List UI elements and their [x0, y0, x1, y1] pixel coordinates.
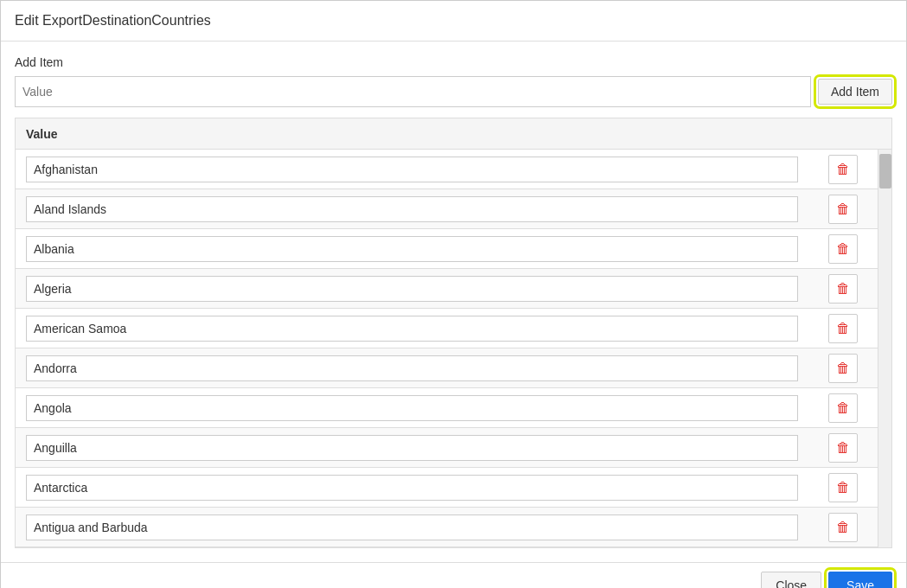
- row-value-cell: [16, 475, 808, 501]
- table-row: 🗑: [16, 388, 878, 428]
- row-action-cell: 🗑: [808, 314, 878, 343]
- delete-button[interactable]: 🗑: [828, 195, 858, 224]
- scrollbar-track[interactable]: [878, 150, 891, 547]
- modal-title: Edit ExportDestinationCountries: [15, 13, 892, 29]
- table-scroll-wrapper: 🗑🗑🗑🗑🗑🗑🗑🗑🗑🗑: [16, 150, 891, 547]
- delete-button[interactable]: 🗑: [828, 513, 858, 542]
- close-button[interactable]: Close: [761, 572, 821, 588]
- modal-body: Add Item Add Item Value 🗑🗑🗑🗑🗑🗑🗑🗑🗑🗑: [1, 42, 906, 562]
- row-action-cell: 🗑: [808, 473, 878, 502]
- modal-container: Edit ExportDestinationCountries Add Item…: [0, 0, 907, 588]
- row-value-cell: [16, 157, 808, 182]
- row-value-input[interactable]: [26, 236, 798, 262]
- trash-icon: 🗑: [836, 480, 850, 495]
- row-value-cell: [16, 316, 808, 342]
- table-list: 🗑🗑🗑🗑🗑🗑🗑🗑🗑🗑: [16, 150, 878, 547]
- add-item-row: Add Item: [15, 76, 892, 107]
- table-header: Value: [16, 118, 891, 150]
- column-value-header: Value: [16, 120, 808, 148]
- trash-icon: 🗑: [836, 520, 850, 535]
- row-value-input[interactable]: [26, 355, 798, 381]
- row-value-input[interactable]: [26, 435, 798, 461]
- row-action-cell: 🗑: [808, 234, 878, 264]
- add-item-label: Add Item: [15, 55, 892, 69]
- trash-icon: 🗑: [836, 321, 850, 336]
- row-value-cell: [16, 514, 808, 540]
- table-row: 🗑: [16, 189, 878, 229]
- table-row: 🗑: [16, 309, 878, 348]
- table-row: 🗑: [16, 269, 878, 309]
- row-action-cell: 🗑: [808, 513, 878, 542]
- trash-icon: 🗑: [836, 241, 850, 257]
- delete-button[interactable]: 🗑: [828, 314, 858, 343]
- table-row: 🗑: [16, 229, 878, 269]
- table-row: 🗑: [16, 428, 878, 468]
- table-row: 🗑: [16, 348, 878, 388]
- row-value-cell: [16, 276, 808, 302]
- modal-header: Edit ExportDestinationCountries: [1, 1, 906, 42]
- delete-button[interactable]: 🗑: [828, 354, 858, 383]
- delete-button[interactable]: 🗑: [828, 473, 858, 502]
- row-action-cell: 🗑: [808, 195, 878, 224]
- row-value-input[interactable]: [26, 514, 798, 540]
- row-action-cell: 🗑: [808, 354, 878, 383]
- trash-icon: 🗑: [836, 440, 850, 456]
- row-value-input[interactable]: [26, 276, 798, 302]
- delete-button[interactable]: 🗑: [828, 155, 858, 184]
- delete-button[interactable]: 🗑: [828, 433, 858, 463]
- trash-icon: 🗑: [836, 361, 850, 376]
- delete-button[interactable]: 🗑: [828, 393, 858, 423]
- trash-icon: 🗑: [836, 201, 850, 217]
- add-item-button[interactable]: Add Item: [818, 79, 892, 105]
- row-value-cell: [16, 395, 808, 421]
- row-action-cell: 🗑: [808, 433, 878, 463]
- table-row: 🗑: [16, 468, 878, 508]
- row-value-input[interactable]: [26, 316, 798, 342]
- trash-icon: 🗑: [836, 162, 850, 177]
- delete-button[interactable]: 🗑: [828, 234, 858, 264]
- modal-footer: Close Save: [1, 562, 906, 588]
- row-value-cell: [16, 236, 808, 262]
- scrollbar-thumb: [879, 154, 891, 189]
- row-value-input[interactable]: [26, 395, 798, 421]
- row-value-input[interactable]: [26, 196, 798, 222]
- row-value-cell: [16, 435, 808, 461]
- row-action-cell: 🗑: [808, 393, 878, 423]
- table-row: 🗑: [16, 508, 878, 547]
- table-container: Value 🗑🗑🗑🗑🗑🗑🗑🗑🗑🗑: [15, 118, 892, 548]
- add-item-input[interactable]: [15, 76, 811, 107]
- save-button[interactable]: Save: [828, 572, 892, 588]
- trash-icon: 🗑: [836, 281, 850, 297]
- row-value-input[interactable]: [26, 475, 798, 501]
- delete-button[interactable]: 🗑: [828, 274, 858, 304]
- row-value-cell: [16, 196, 808, 222]
- trash-icon: 🗑: [836, 400, 850, 416]
- row-action-cell: 🗑: [808, 155, 878, 184]
- table-row: 🗑: [16, 150, 878, 189]
- row-value-cell: [16, 355, 808, 381]
- row-action-cell: 🗑: [808, 274, 878, 304]
- row-value-input[interactable]: [26, 157, 798, 182]
